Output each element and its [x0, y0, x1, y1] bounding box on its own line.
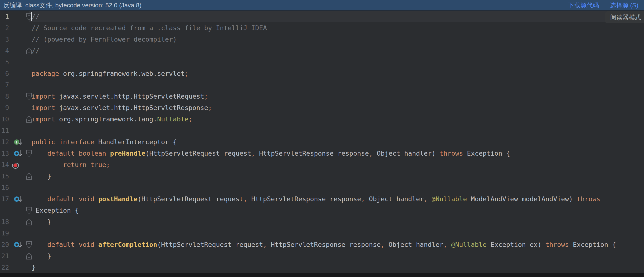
- navigate-implementations-arrow-icon[interactable]: [18, 241, 22, 250]
- code-row: 12Ipublic interface HandlerInterceptor {: [0, 136, 644, 148]
- code-token-kw: import: [32, 104, 55, 111]
- code-token-plain: Object handler: [365, 195, 424, 203]
- download-sources-link[interactable]: 下载源代码: [568, 1, 599, 9]
- fold-end-icon[interactable]: [26, 218, 32, 226]
- line-number: 12: [0, 136, 9, 148]
- code-token-kw: throws: [545, 241, 569, 248]
- line-number: 20: [0, 239, 9, 250]
- code-token-plain: [447, 241, 451, 248]
- code-line[interactable]: default void afterCompletion(HttpServlet…: [32, 239, 616, 250]
- code-line[interactable]: //: [32, 45, 40, 56]
- code-token-plain: (HttpServletRequest request: [138, 195, 243, 203]
- code-row: 14 return true;: [0, 159, 644, 171]
- fold-start-icon[interactable]: [26, 241, 32, 249]
- banner-actions: 下载源代码 选择源 (S)...: [568, 1, 644, 9]
- code-token-plain: org.springframework.lang.: [55, 115, 157, 123]
- code-token-kw: ;: [188, 115, 193, 123]
- code-row: 7: [0, 79, 644, 91]
- code-token-plain: javax.servlet.http.HttpServletResponse: [55, 104, 208, 111]
- fold-end-icon[interactable]: [26, 47, 32, 55]
- code-row: 4//: [0, 45, 644, 56]
- fold-start-icon[interactable]: [26, 93, 32, 101]
- code-token-plain: (HttpServletRequest request: [145, 150, 251, 157]
- code-line[interactable]: import javax.servlet.http.HttpServletRes…: [32, 102, 212, 114]
- fold-end-icon[interactable]: [26, 173, 32, 181]
- code-line[interactable]: }: [32, 216, 51, 228]
- navigate-implementations-arrow-icon[interactable]: [18, 138, 22, 147]
- text-caret: [31, 12, 32, 21]
- code-line[interactable]: default void postHandle(HttpServletReque…: [32, 193, 600, 205]
- code-row: 17 default void postHandle(HttpServletRe…: [0, 193, 644, 205]
- current-line-highlight: [29, 11, 644, 22]
- fold-end-icon[interactable]: [26, 253, 32, 261]
- code-token-plain: [32, 150, 47, 157]
- code-line[interactable]: import javax.servlet.http.HttpServletReq…: [32, 91, 208, 102]
- line-number: 10: [0, 114, 9, 125]
- line-number: 7: [0, 79, 9, 91]
- choose-sources-link[interactable]: 选择源 (S)...: [610, 1, 644, 9]
- code-editor[interactable]: 1//2// Source code recreated from a .cla…: [0, 11, 644, 277]
- code-line[interactable]: default boolean preHandle(HttpServletReq…: [32, 148, 510, 159]
- reader-mode-button[interactable]: 阅读器模式: [605, 11, 644, 23]
- code-token-ann: @Nullable: [432, 195, 467, 203]
- code-token-plain: Exception {: [32, 207, 79, 214]
- code-token-kw: ,: [369, 150, 373, 157]
- code-token-kw: ,: [361, 195, 365, 203]
- code-line[interactable]: // (powered by FernFlower decompiler): [32, 34, 177, 45]
- code-line[interactable]: // Source code recreated from a .class f…: [32, 22, 267, 34]
- line-number: 16: [0, 182, 9, 193]
- code-line[interactable]: public interface HandlerInterceptor {: [32, 136, 177, 148]
- code-token-kw: ;: [208, 104, 212, 111]
- code-line[interactable]: Exception {: [32, 205, 79, 216]
- navigate-implementations-arrow-icon[interactable]: [18, 150, 22, 158]
- line-number: 8: [0, 91, 9, 102]
- code-line[interactable]: }: [32, 171, 51, 182]
- line-number: 14: [0, 159, 9, 171]
- code-row: 11: [0, 125, 644, 136]
- code-token-method: afterCompletion: [98, 241, 157, 248]
- line-number: 17: [0, 193, 9, 205]
- code-token-kw: ,: [263, 241, 267, 248]
- code-row: 10import org.springframework.lang.Nullab…: [0, 114, 644, 125]
- fold-start-icon[interactable]: [26, 150, 32, 158]
- code-line[interactable]: }: [32, 262, 36, 273]
- recursive-call-icon[interactable]: [12, 160, 20, 171]
- code-token-kw: throws: [440, 150, 463, 157]
- code-token-comment: //: [32, 47, 40, 54]
- code-token-plain: }: [32, 173, 51, 180]
- code-row: 3// (powered by FernFlower decompiler): [0, 34, 644, 45]
- code-line[interactable]: package org.springframework.web.servlet;: [32, 68, 188, 79]
- banner-message: 反编译 .class文件, bytecode version: 52.0 (Ja…: [0, 1, 142, 9]
- code-token-method: postHandle: [98, 195, 138, 203]
- code-token-kw: default void: [47, 241, 98, 248]
- code-token-kw: ,: [381, 241, 385, 248]
- line-number: 21: [0, 250, 9, 262]
- code-token-kw: throws: [577, 195, 600, 203]
- line-number: 4: [0, 45, 9, 56]
- code-row: 1//: [0, 11, 644, 22]
- fold-start-icon[interactable]: [26, 207, 32, 215]
- code-line[interactable]: import org.springframework.lang.Nullable…: [32, 114, 192, 125]
- code-row: 15 }: [0, 171, 644, 182]
- code-row: 2// Source code recreated from a .class …: [0, 22, 644, 34]
- line-number: 9: [0, 102, 9, 114]
- code-line[interactable]: }: [32, 250, 51, 262]
- code-row: 5: [0, 56, 644, 68]
- code-token-plain: Exception {: [463, 150, 510, 157]
- code-token-kw: ,: [424, 195, 428, 203]
- code-token-plain: javax.servlet.http.HttpServletRequest: [55, 93, 204, 100]
- code-token-kw: public interface: [32, 138, 94, 146]
- code-token-kw: default void: [47, 195, 98, 203]
- code-token-kw: ;: [184, 70, 188, 77]
- code-token-kw: ;: [204, 93, 208, 100]
- code-row: 9import javax.servlet.http.HttpServletRe…: [0, 102, 644, 114]
- code-token-kw: import: [32, 93, 55, 100]
- fold-end-icon[interactable]: [26, 116, 32, 124]
- code-token-kw: package: [32, 70, 59, 77]
- navigate-implementations-arrow-icon[interactable]: [18, 195, 22, 204]
- code-token-ann: Nullable: [157, 115, 188, 123]
- code-token-comment: // Source code recreated from a .class f…: [32, 24, 267, 31]
- code-line[interactable]: return true;: [32, 159, 110, 171]
- code-token-plain: Object handler): [373, 150, 440, 157]
- code-line[interactable]: //: [32, 11, 40, 22]
